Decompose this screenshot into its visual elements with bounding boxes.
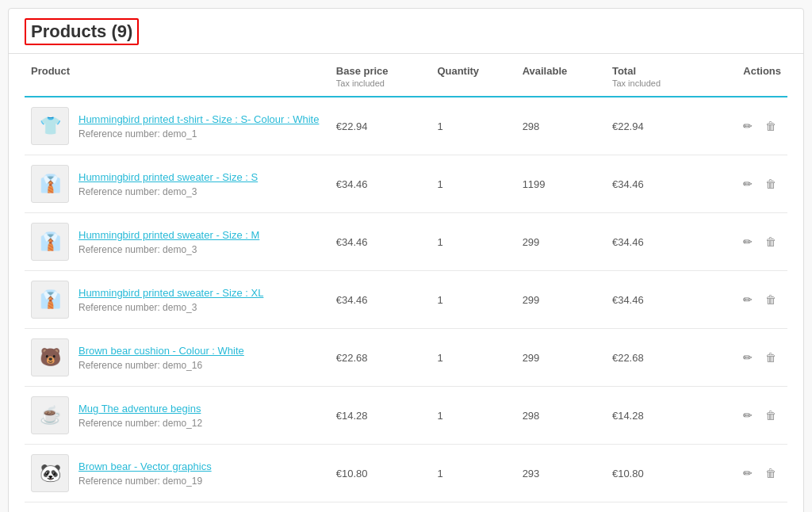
quantity-cell: 1	[431, 387, 515, 445]
table-row: Hummingbird printed t-shirt - Size : S- …	[25, 97, 787, 155]
product-thumbnail	[31, 281, 69, 319]
product-cell-6: Brown bear - Vector graphics Reference n…	[25, 445, 330, 502]
total-cell: €34.46	[606, 271, 701, 329]
edit-button[interactable]: ✏	[738, 290, 757, 309]
edit-button[interactable]: ✏	[738, 406, 757, 425]
product-thumbnail	[31, 165, 69, 203]
product-ref: Reference number: demo_19	[79, 476, 212, 487]
edit-button[interactable]: ✏	[738, 348, 757, 367]
base-price-cell: €14.28	[330, 387, 431, 445]
quantity-cell: 1	[431, 329, 515, 387]
available-cell: 898	[516, 502, 606, 513]
quantity-cell: 2	[431, 502, 515, 513]
actions-cell: ✏ 🗑	[701, 445, 787, 502]
base-price-cell: €22.68	[330, 329, 431, 387]
quantity-cell: 1	[431, 445, 515, 502]
product-ref: Reference number: demo_1	[79, 128, 319, 139]
product-cell-5: Mug The adventure begins Reference numbe…	[25, 387, 330, 445]
delete-button[interactable]: 🗑	[760, 290, 781, 309]
delete-button[interactable]: 🗑	[760, 348, 781, 367]
total-cell: €14.28	[606, 387, 701, 445]
page-title: Products (9)	[25, 18, 139, 45]
quantity-value: 1	[437, 468, 442, 480]
product-name-link[interactable]: Hummingbird printed sweater - Size : M	[79, 228, 259, 243]
product-ref: Reference number: demo_3	[79, 302, 263, 313]
delete-button[interactable]: 🗑	[760, 232, 781, 251]
col-header-quantity: Quantity	[431, 54, 515, 97]
actions-cell: ✏ 🗑	[701, 155, 787, 213]
delete-button[interactable]: 🗑	[760, 174, 781, 193]
products-table: Product Base price Tax included Quantity…	[25, 54, 787, 512]
table-row: Mug The adventure begins Reference numbe…	[25, 387, 787, 445]
available-cell: 299	[516, 271, 606, 329]
base-price-cell: €34.46	[330, 155, 431, 213]
product-cell-0: Hummingbird printed t-shirt - Size : S- …	[25, 97, 330, 155]
delete-button[interactable]: 🗑	[760, 464, 781, 483]
edit-button[interactable]: ✏	[738, 117, 757, 136]
product-thumbnail	[31, 107, 69, 145]
quantity-value: 1	[437, 178, 442, 190]
product-thumbnail	[31, 454, 69, 492]
products-table-wrap: Product Base price Tax included Quantity…	[9, 54, 803, 512]
quantity-value: 1	[437, 410, 442, 422]
total-cell: €34.46	[606, 213, 701, 271]
product-name-link[interactable]: Hummingbird printed t-shirt - Size : S- …	[79, 113, 319, 127]
product-info: Hummingbird printed sweater - Size : M R…	[79, 228, 259, 255]
quantity-cell: 1	[431, 213, 515, 271]
col-header-available: Available	[516, 54, 606, 97]
table-row: Hummingbird printed sweater - Size : S R…	[25, 155, 787, 213]
col-header-total: Total Tax included	[606, 54, 701, 97]
total-cell: €69.60	[606, 502, 701, 513]
actions-cell: ✏ 🗑	[701, 271, 787, 329]
base-price-cell: €34.46	[330, 213, 431, 271]
page-header: Products (9)	[9, 9, 803, 54]
available-cell: 299	[516, 213, 606, 271]
delete-button[interactable]: 🗑	[760, 117, 781, 136]
product-name-link[interactable]: Brown bear cushion - Colour : White	[79, 344, 244, 358]
product-cell-4: Brown bear cushion - Colour : White Refe…	[25, 329, 330, 387]
product-info: Brown bear cushion - Colour : White Refe…	[79, 344, 244, 371]
actions-cell: ✏ 🗑	[701, 213, 787, 271]
base-price-cell: €34.46	[330, 271, 431, 329]
table-row: Brown bear cushion - Colour : White Refe…	[25, 329, 787, 387]
product-thumbnail	[31, 223, 69, 261]
product-name-link[interactable]: Hummingbird printed sweater - Size : S	[79, 170, 258, 185]
product-cell-2: Hummingbird printed sweater - Size : M R…	[25, 213, 330, 271]
product-cell-1: Hummingbird printed sweater - Size : S R…	[25, 155, 330, 213]
product-cell-3: Hummingbird printed sweater - Size : XL …	[25, 271, 330, 329]
product-thumbnail	[31, 396, 69, 434]
quantity-cell: 1	[431, 97, 515, 155]
actions-cell: ✏ 🗑	[701, 329, 787, 387]
base-price-cell: €22.94	[330, 97, 431, 155]
product-info: Hummingbird printed t-shirt - Size : S- …	[79, 113, 319, 139]
product-name-link[interactable]: Hummingbird printed sweater - Size : XL	[79, 286, 263, 300]
table-row: Hummingbird printed sweater - Size : M R…	[25, 213, 787, 271]
actions-cell: ✏ 🗑	[701, 387, 787, 445]
edit-button[interactable]: ✏	[738, 232, 757, 251]
available-cell: 293	[516, 445, 606, 502]
product-info: Mug The adventure begins Reference numbe…	[79, 402, 202, 429]
product-info: Hummingbird printed sweater - Size : XL …	[79, 286, 263, 313]
edit-button[interactable]: ✏	[738, 464, 757, 483]
available-cell: 299	[516, 329, 606, 387]
product-thumbnail	[31, 338, 69, 376]
quantity-value: 1	[437, 236, 442, 248]
product-info: Hummingbird printed sweater - Size : S R…	[79, 170, 258, 197]
available-cell: 1199	[516, 155, 606, 213]
total-cell: €22.94	[606, 97, 701, 155]
product-cell-7: The best is yet to come' Framed poster -…	[25, 502, 330, 513]
base-price-cell: €10.80	[330, 445, 431, 502]
table-row: The best is yet to come' Framed poster -…	[25, 502, 787, 513]
quantity-cell: 1	[431, 155, 515, 213]
delete-button[interactable]: 🗑	[760, 406, 781, 425]
product-name-link[interactable]: Mug The adventure begins	[79, 402, 202, 416]
available-cell: 298	[516, 387, 606, 445]
product-ref: Reference number: demo_3	[79, 186, 258, 197]
quantity-cell: 1	[431, 271, 515, 329]
table-row: Hummingbird printed sweater - Size : XL …	[25, 271, 787, 329]
actions-cell: ✏ 🗑	[701, 502, 787, 513]
product-ref: Reference number: demo_16	[79, 360, 244, 371]
quantity-value: 1	[437, 352, 442, 364]
edit-button[interactable]: ✏	[738, 174, 757, 193]
product-name-link[interactable]: Brown bear - Vector graphics	[79, 460, 212, 474]
